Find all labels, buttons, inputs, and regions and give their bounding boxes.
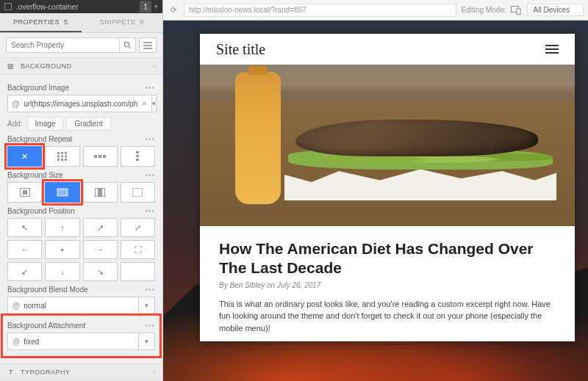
search-input-group (6, 37, 136, 53)
more-dots-icon[interactable]: ••• (145, 171, 155, 179)
pos-mr-button[interactable]: → (83, 240, 118, 259)
selector-dropdown-icon[interactable]: ▾ (154, 3, 158, 10)
svg-rect-11 (57, 159, 60, 161)
svg-rect-21 (23, 190, 27, 195)
top-toolbar: ⟳ http://mission-news.local/?rand=887 Ed… (163, 0, 588, 21)
chevron-down-icon: – (152, 62, 157, 70)
size-auto-button[interactable] (7, 182, 42, 203)
svg-rect-18 (136, 155, 139, 157)
more-dots-icon[interactable]: ••• (145, 135, 155, 143)
pos-bl-button[interactable]: ↙ (7, 262, 42, 281)
repeat-none-button[interactable]: ✕ (7, 146, 42, 167)
pos-extra-button[interactable] (121, 262, 155, 281)
svg-rect-14 (94, 155, 97, 158)
attachment-select[interactable]: @ fixed (7, 333, 139, 350)
size-cover-button[interactable] (45, 182, 79, 203)
at-icon: @ (12, 338, 20, 346)
add-label: Add: (7, 120, 23, 128)
site-header: Site title (200, 34, 575, 65)
hero-image (200, 65, 575, 226)
svg-rect-7 (65, 152, 67, 154)
pos-fill-button[interactable]: ⛶ (121, 240, 155, 259)
svg-rect-25 (98, 189, 102, 196)
sidebar: .overflow-container 1 ▾ PROPERTIES 5 SNI… (0, 0, 163, 381)
chevron-down-icon: – (152, 369, 157, 376)
more-dots-icon[interactable]: ••• (145, 322, 155, 330)
selector-count[interactable]: 1 (140, 1, 151, 12)
label-bg-blend: Background Blend Mode••• (7, 286, 155, 294)
more-dots-icon[interactable]: ••• (145, 207, 155, 215)
editing-mode-label: Editing Mode: (461, 6, 506, 14)
pos-mc-button[interactable]: ▪ (45, 240, 79, 259)
svg-rect-28 (517, 9, 520, 15)
panel-tabs: PROPERTIES 5 SNIPPETS 0 (0, 13, 162, 33)
tab-snippets[interactable]: SNIPPETS 0 (82, 13, 163, 32)
bg-image-input[interactable]: @ url(https://images.unsplash.com/ph × (7, 95, 152, 112)
reload-icon[interactable]: ⟳ (168, 6, 179, 14)
clear-icon[interactable]: × (137, 99, 151, 108)
add-gradient-button[interactable]: Gradient (66, 117, 110, 131)
label-bg-size: Background Size••• (7, 171, 155, 179)
article-byline: By Ben Sibley on July 26, 2017 (219, 281, 556, 289)
preview-canvas: Site title How The American Diet Has Cha… (163, 21, 588, 381)
pos-br-button[interactable]: ↘ (83, 262, 118, 281)
svg-point-0 (124, 42, 129, 46)
article-excerpt: This is what an ordinary post looks like… (219, 298, 556, 335)
blend-dropdown[interactable]: ▾ (139, 297, 155, 314)
svg-rect-5 (57, 152, 60, 154)
repeat-y-button[interactable] (121, 146, 155, 167)
bg-image-dropdown[interactable]: ▾ (152, 95, 157, 112)
typography-section-icon: T (6, 369, 16, 376)
svg-rect-13 (65, 159, 67, 161)
svg-rect-19 (136, 159, 139, 161)
section-background[interactable]: ▧ BACKGROUND – (0, 57, 162, 75)
svg-rect-17 (136, 151, 139, 153)
pos-tc-button[interactable]: ↑ (45, 218, 79, 237)
more-dots-icon[interactable]: ••• (145, 286, 155, 294)
pos-custom-button[interactable]: ⤢ (121, 218, 155, 237)
devices-icon[interactable] (511, 6, 523, 15)
pos-tl-button[interactable]: ↖ (7, 218, 42, 237)
more-dots-icon[interactable]: ••• (145, 84, 155, 92)
label-bg-position: Background Position••• (7, 207, 155, 215)
svg-rect-15 (98, 155, 101, 158)
svg-rect-6 (61, 152, 63, 154)
article-body: How The American Diet Has Changed Over T… (200, 226, 575, 341)
pos-tr-button[interactable]: ↗ (83, 218, 118, 237)
pos-ml-button[interactable]: ← (7, 240, 42, 259)
page-preview: Site title How The American Diet Has Cha… (200, 34, 575, 341)
at-icon: @ (12, 302, 20, 310)
devices-select[interactable]: All Devices (527, 4, 584, 16)
selector-name: .overflow-container (16, 3, 78, 11)
size-custom-button[interactable] (121, 182, 155, 203)
tab-properties[interactable]: PROPERTIES 5 (0, 13, 82, 32)
svg-rect-16 (103, 155, 106, 158)
svg-rect-8 (57, 156, 60, 158)
url-bar[interactable]: http://mission-news.local/?rand=887 (184, 4, 456, 17)
label-bg-repeat: Background Repeat••• (7, 135, 155, 143)
add-image-button[interactable]: Image (27, 117, 64, 131)
svg-rect-26 (133, 189, 143, 197)
repeat-x-button[interactable] (83, 146, 118, 167)
hamburger-icon[interactable] (545, 45, 559, 54)
label-bg-image: Background Image••• (7, 84, 155, 92)
svg-line-1 (129, 46, 131, 48)
background-section-icon: ▧ (6, 62, 16, 70)
article-title[interactable]: How The American Diet Has Changed Over T… (219, 239, 556, 278)
label-bg-attachment: Background Attachment••• (7, 322, 155, 330)
crosshair-icon[interactable] (4, 3, 12, 10)
size-contain-button[interactable] (83, 182, 118, 203)
site-title[interactable]: Site title (216, 41, 265, 58)
search-icon[interactable] (119, 38, 135, 52)
section-typography[interactable]: T TYPOGRAPHY – (0, 363, 162, 381)
at-icon: @ (8, 99, 24, 108)
attachment-dropdown[interactable]: ▾ (139, 333, 155, 350)
menu-button[interactable] (139, 37, 157, 53)
search-input[interactable] (7, 38, 119, 52)
selector-bar: .overflow-container 1 ▾ (0, 0, 162, 13)
repeat-both-button[interactable] (45, 146, 79, 167)
pos-bc-button[interactable]: ↓ (45, 262, 79, 281)
svg-rect-12 (61, 159, 63, 161)
blend-mode-select[interactable]: @ normal (7, 297, 139, 314)
svg-rect-10 (65, 156, 67, 158)
